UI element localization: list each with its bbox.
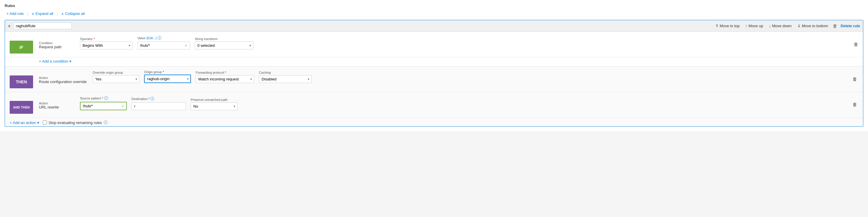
source-pattern-select[interactable]: /hub/* — [80, 102, 127, 110]
caching-label: Caching — [259, 71, 312, 74]
collapse-all-icon: ∧ — [61, 12, 64, 16]
source-pattern-info-icon[interactable]: ⓘ — [104, 96, 108, 100]
operator-label: Operator * — [80, 37, 133, 41]
override-origin-label: Override origin group — [93, 71, 140, 74]
string-transform-select-wrapper: 0 selected ▾ — [195, 41, 253, 49]
collapse-icon: ∧ — [8, 24, 11, 28]
stop-evaluating-info-icon[interactable]: ⓘ — [104, 120, 107, 125]
if-labels: Condition Request path — [39, 41, 74, 49]
add-rule-label: + Add rule — [6, 11, 24, 16]
and-then-delete-wrapper: 🗑 — [852, 102, 858, 107]
and-then-action-label: Action — [39, 102, 74, 105]
add-action-chevron-icon: ▾ — [37, 120, 39, 125]
origin-group-select[interactable]: raghub-origin — [144, 75, 191, 83]
condition-value: Request path — [39, 45, 74, 49]
origin-group-select-wrapper: raghub-origin ▾ — [144, 75, 191, 83]
origin-group-label: Origin group * — [144, 70, 191, 74]
delete-rule-button[interactable]: Delete rule — [841, 24, 860, 28]
and-then-delete-button[interactable]: 🗑 — [852, 102, 857, 107]
forwarding-protocol-select[interactable]: Match incoming request HTTP only HTTPS o… — [196, 75, 254, 83]
destination-required: * — [149, 97, 150, 101]
override-origin-select[interactable]: Yes No — [93, 75, 140, 83]
separator-1: | — [27, 11, 28, 16]
then-fields: Override origin group Yes No ▾ Origin — [93, 70, 847, 83]
source-pattern-label: Source pattern * ⓘ — [80, 96, 127, 101]
override-origin-field-group: Override origin group Yes No ▾ — [93, 71, 140, 83]
if-fields: Operator * Begins With ▾ Value (Edit... — [80, 35, 848, 49]
and-then-fields: Source pattern * ⓘ /hub/* ✓ — [80, 96, 847, 110]
value-select[interactable]: /hub/* — [137, 41, 190, 49]
preserve-select[interactable]: No Yes — [191, 102, 238, 110]
expand-all-label: Expand all — [35, 11, 53, 16]
then-delete-wrapper: 🗑 — [852, 77, 858, 82]
operator-field-group: Operator * Begins With ▾ — [80, 37, 133, 49]
override-origin-select-wrapper: Yes No ▾ — [93, 75, 140, 83]
operator-select[interactable]: Begins With — [80, 41, 133, 49]
add-action-button[interactable]: + Add an action ▾ — [10, 120, 39, 125]
and-then-badge: AND THEN — [10, 101, 33, 114]
rule-card: ∧ ⇑ Move to top ↑ Move up ↓ Move down — [5, 20, 863, 126]
if-badge: IF — [10, 41, 33, 53]
page-title: Rules — [5, 3, 863, 8]
operator-select-wrapper: Begins With ▾ — [80, 41, 133, 49]
source-pattern-field-group: Source pattern * ⓘ /hub/* ✓ — [80, 96, 127, 110]
operator-required: * — [93, 37, 95, 41]
preserve-label: Preserve unmatched path — [191, 98, 238, 102]
forwarding-protocol-select-wrapper: Match incoming request HTTP only HTTPS o… — [196, 75, 254, 83]
if-delete-wrapper: 🗑 — [854, 42, 858, 47]
destination-info-icon[interactable]: ⓘ — [151, 97, 154, 101]
expand-all-icon: ∨ — [32, 12, 34, 16]
rule-header-left: ∧ — [8, 23, 72, 29]
then-labels: Action Route configuration override — [39, 76, 87, 84]
destination-field-group: Destination * ⓘ — [131, 96, 186, 110]
then-action-row: THEN Action Route configuration override… — [5, 67, 863, 92]
move-to-bottom-button[interactable]: ⇓ Move to bottom — [796, 23, 829, 29]
separator-2: | — [57, 11, 58, 16]
and-then-action-row: AND THEN Action URL rewrite Source patte… — [5, 92, 863, 117]
stop-evaluating-wrapper: Stop evaluating remaining rules ⓘ — [43, 120, 107, 125]
and-then-labels: Action URL rewrite — [39, 102, 74, 109]
condition-label: Condition — [39, 41, 74, 45]
source-pattern-select-wrapper: /hub/* ✓ — [80, 102, 127, 110]
preserve-field-group: Preserve unmatched path No Yes ▾ — [191, 98, 238, 110]
add-condition-button[interactable]: + Add a condition ▾ — [39, 59, 71, 64]
move-to-bottom-icon: ⇓ — [798, 24, 801, 28]
then-delete-button[interactable]: 🗑 — [852, 77, 857, 82]
rule-name-input[interactable] — [13, 23, 72, 29]
move-down-icon: ↓ — [769, 24, 771, 28]
origin-group-field-group: Origin group * raghub-origin ▾ — [144, 70, 191, 83]
rule-header-right: ⇑ Move to top ↑ Move up ↓ Move down ⇓ Mo… — [714, 23, 860, 29]
value-field-group: Value (Edit...) ⓘ /hub/* ✓ — [137, 35, 190, 49]
stop-evaluating-checkbox[interactable] — [43, 120, 47, 124]
caching-select[interactable]: Disabled Enabled — [259, 75, 312, 83]
value-edit-link[interactable]: (Edit...) — [146, 36, 156, 40]
and-then-action-value: URL rewrite — [39, 105, 74, 109]
move-to-top-icon: ⇑ — [715, 24, 719, 28]
stop-evaluating-label: Stop evaluating remaining rules — [49, 120, 102, 125]
move-up-button[interactable]: ↑ Move up — [744, 23, 764, 29]
destination-label: Destination * ⓘ — [131, 96, 186, 102]
if-bottom: + Add a condition ▾ — [5, 57, 863, 66]
bottom-toolbar: + Add an action ▾ Stop evaluating remain… — [5, 117, 863, 126]
if-delete-button[interactable]: 🗑 — [854, 42, 858, 47]
if-block: IF Condition Request path Operator * Beg… — [5, 32, 863, 57]
collapse-all-label: Collapse all — [65, 11, 85, 16]
expand-all-button[interactable]: ∨ Expand all — [30, 10, 55, 17]
source-pattern-required: * — [102, 97, 103, 100]
collapse-button[interactable]: ∧ — [8, 24, 11, 28]
preserve-select-wrapper: No Yes ▾ — [191, 102, 238, 110]
add-condition-chevron-icon: ▾ — [69, 59, 71, 64]
move-to-top-button[interactable]: ⇑ Move to top — [714, 23, 741, 29]
caching-field-group: Caching Disabled Enabled ▾ — [259, 71, 312, 83]
string-transform-select[interactable]: 0 selected — [195, 41, 253, 49]
move-up-icon: ↑ — [746, 24, 748, 28]
rule-header: ∧ ⇑ Move to top ↑ Move up ↓ Move down — [5, 20, 863, 32]
move-down-button[interactable]: ↓ Move down — [768, 23, 793, 29]
delete-rule-trash-icon[interactable]: 🗑 — [833, 24, 837, 28]
value-label: Value (Edit...) ⓘ — [137, 35, 190, 41]
collapse-all-button[interactable]: ∧ Collapse all — [59, 10, 86, 17]
forwarding-protocol-label: Forwarding protocol * — [196, 71, 254, 74]
add-rule-button[interactable]: + Add rule — [5, 10, 26, 17]
value-info-icon[interactable]: ⓘ — [158, 36, 161, 40]
destination-input[interactable] — [131, 102, 186, 110]
